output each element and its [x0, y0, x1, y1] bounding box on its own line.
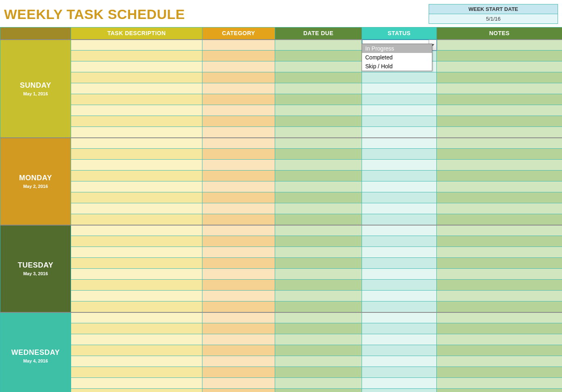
- cell-cat[interactable]: [202, 51, 275, 61]
- cell-stat[interactable]: [362, 312, 437, 323]
- cell-stat[interactable]: [362, 138, 437, 149]
- cell-stat[interactable]: [362, 83, 437, 94]
- cell-due[interactable]: [275, 258, 362, 269]
- cell-due[interactable]: [275, 149, 362, 160]
- cell-due[interactable]: [275, 280, 362, 291]
- cell-task[interactable]: [71, 149, 202, 160]
- cell-due[interactable]: [275, 247, 362, 258]
- cell-task[interactable]: [71, 378, 202, 389]
- cell-due[interactable]: [275, 356, 362, 367]
- cell-due[interactable]: [275, 367, 362, 378]
- cell-task[interactable]: [71, 127, 202, 138]
- cell-cat[interactable]: [202, 192, 275, 203]
- cell-notes[interactable]: [437, 378, 562, 389]
- cell-cat[interactable]: [202, 389, 275, 392]
- cell-cat[interactable]: [202, 280, 275, 291]
- cell-stat[interactable]: [362, 127, 437, 138]
- cell-stat[interactable]: [362, 236, 437, 247]
- cell-notes[interactable]: [437, 301, 562, 312]
- cell-cat[interactable]: [202, 258, 275, 269]
- cell-due[interactable]: [275, 225, 362, 236]
- cell-cat[interactable]: [202, 291, 275, 301]
- cell-task[interactable]: [71, 116, 202, 127]
- cell-cat[interactable]: [202, 312, 275, 323]
- cell-cat[interactable]: [202, 61, 275, 72]
- cell-cat[interactable]: [202, 334, 275, 345]
- cell-notes[interactable]: [437, 40, 562, 51]
- cell-task[interactable]: [71, 105, 202, 116]
- cell-cat[interactable]: [202, 127, 275, 138]
- cell-task[interactable]: [71, 192, 202, 203]
- cell-cat[interactable]: [202, 181, 275, 192]
- cell-notes[interactable]: [437, 83, 562, 94]
- cell-cat[interactable]: [202, 356, 275, 367]
- cell-stat[interactable]: [362, 105, 437, 116]
- cell-task[interactable]: [71, 301, 202, 312]
- cell-notes[interactable]: [437, 345, 562, 356]
- cell-stat[interactable]: [362, 291, 437, 301]
- cell-notes[interactable]: [437, 105, 562, 116]
- cell-stat[interactable]: [362, 171, 437, 181]
- cell-due[interactable]: [275, 291, 362, 301]
- cell-notes[interactable]: [437, 323, 562, 334]
- cell-due[interactable]: [275, 334, 362, 345]
- cell-notes[interactable]: [437, 203, 562, 214]
- cell-stat[interactable]: [362, 247, 437, 258]
- cell-task[interactable]: [71, 323, 202, 334]
- cell-stat[interactable]: [362, 345, 437, 356]
- cell-cat[interactable]: [202, 367, 275, 378]
- cell-due[interactable]: [275, 138, 362, 149]
- cell-cat[interactable]: [202, 269, 275, 280]
- cell-due[interactable]: [275, 171, 362, 181]
- cell-cat[interactable]: [202, 236, 275, 247]
- cell-stat[interactable]: [362, 367, 437, 378]
- cell-stat[interactable]: [362, 203, 437, 214]
- cell-task[interactable]: [71, 160, 202, 171]
- cell-stat[interactable]: [362, 160, 437, 171]
- cell-task[interactable]: [71, 214, 202, 225]
- cell-notes[interactable]: [437, 94, 562, 105]
- cell-cat[interactable]: [202, 378, 275, 389]
- cell-due[interactable]: [275, 236, 362, 247]
- cell-stat[interactable]: [362, 149, 437, 160]
- cell-notes[interactable]: [437, 51, 562, 61]
- cell-task[interactable]: [71, 236, 202, 247]
- cell-due[interactable]: [275, 83, 362, 94]
- cell-task[interactable]: [71, 258, 202, 269]
- cell-notes[interactable]: [437, 236, 562, 247]
- cell-task[interactable]: [71, 269, 202, 280]
- cell-notes[interactable]: [437, 389, 562, 392]
- cell-notes[interactable]: [437, 192, 562, 203]
- cell-due[interactable]: [275, 323, 362, 334]
- cell-notes[interactable]: [437, 334, 562, 345]
- cell-task[interactable]: [71, 94, 202, 105]
- cell-stat[interactable]: [362, 356, 437, 367]
- cell-stat[interactable]: [362, 258, 437, 269]
- status-option[interactable]: Completed: [362, 53, 432, 62]
- cell-cat[interactable]: [202, 138, 275, 149]
- cell-due[interactable]: [275, 181, 362, 192]
- cell-cat[interactable]: [202, 214, 275, 225]
- cell-notes[interactable]: [437, 367, 562, 378]
- cell-stat[interactable]: [362, 116, 437, 127]
- cell-due[interactable]: [275, 214, 362, 225]
- cell-cat[interactable]: [202, 203, 275, 214]
- cell-task[interactable]: [71, 171, 202, 181]
- cell-task[interactable]: [71, 356, 202, 367]
- cell-stat[interactable]: [362, 323, 437, 334]
- cell-task[interactable]: [71, 181, 202, 192]
- cell-due[interactable]: [275, 40, 362, 51]
- cell-due[interactable]: [275, 51, 362, 61]
- cell-due[interactable]: [275, 61, 362, 72]
- cell-task[interactable]: [71, 247, 202, 258]
- cell-cat[interactable]: [202, 323, 275, 334]
- cell-cat[interactable]: [202, 247, 275, 258]
- cell-cat[interactable]: [202, 40, 275, 51]
- cell-due[interactable]: [275, 389, 362, 392]
- cell-notes[interactable]: [437, 247, 562, 258]
- cell-notes[interactable]: [437, 149, 562, 160]
- cell-stat[interactable]: [362, 94, 437, 105]
- week-start-value[interactable]: 5/1/16: [429, 14, 558, 23]
- status-dropdown-list[interactable]: In ProgressCompletedSkip / Hold: [362, 44, 432, 71]
- cell-cat[interactable]: [202, 160, 275, 171]
